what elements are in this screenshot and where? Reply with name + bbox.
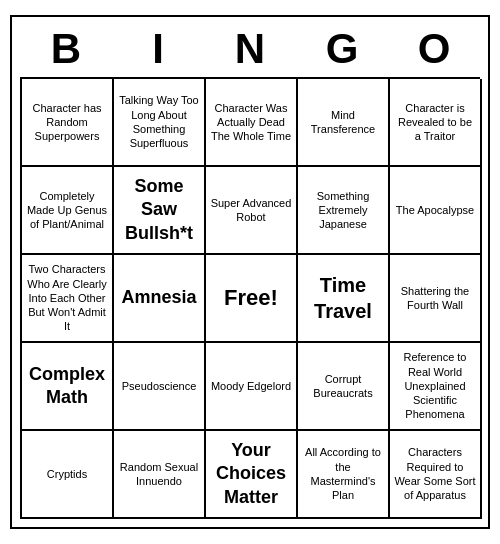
bingo-card: B I N G O Character has Random Superpowe… [10, 15, 490, 529]
bingo-cell-18: Corrupt Bureaucrats [298, 343, 390, 431]
bingo-cell-9: The Apocalypse [390, 167, 482, 255]
bingo-cell-3: Mind Transference [298, 79, 390, 167]
bingo-cell-24: Characters Required to Wear Some Sort of… [390, 431, 482, 519]
bingo-cell-22: Your Choices Matter [206, 431, 298, 519]
bingo-cell-7: Super Advanced Robot [206, 167, 298, 255]
bingo-cell-16: Pseudoscience [114, 343, 206, 431]
bingo-cell-8: Something Extremely Japanese [298, 167, 390, 255]
letter-b: B [22, 25, 110, 73]
bingo-cell-4: Character is Revealed to be a Traitor [390, 79, 482, 167]
bingo-cell-10: Two Characters Who Are Clearly Into Each… [22, 255, 114, 343]
bingo-cell-5: Completely Made Up Genus of Plant/Animal [22, 167, 114, 255]
bingo-cell-14: Shattering the Fourth Wall [390, 255, 482, 343]
bingo-header: B I N G O [20, 25, 480, 73]
letter-n: N [206, 25, 294, 73]
letter-g: G [298, 25, 386, 73]
bingo-cell-19: Reference to Real World Unexplained Scie… [390, 343, 482, 431]
letter-i: I [114, 25, 202, 73]
bingo-cell-0: Character has Random Superpowers [22, 79, 114, 167]
letter-o: O [390, 25, 478, 73]
bingo-cell-20: Cryptids [22, 431, 114, 519]
bingo-cell-6: Some Saw Bullsh*t [114, 167, 206, 255]
bingo-cell-12: Free! [206, 255, 298, 343]
bingo-cell-1: Talking Way Too Long About Something Sup… [114, 79, 206, 167]
bingo-cell-15: Complex Math [22, 343, 114, 431]
bingo-cell-2: Character Was Actually Dead The Whole Ti… [206, 79, 298, 167]
bingo-cell-17: Moody Edgelord [206, 343, 298, 431]
bingo-cell-13: Time Travel [298, 255, 390, 343]
bingo-grid: Character has Random SuperpowersTalking … [20, 77, 480, 519]
bingo-cell-21: Random Sexual Innuendo [114, 431, 206, 519]
bingo-cell-11: Amnesia [114, 255, 206, 343]
bingo-cell-23: All According to the Mastermind's Plan [298, 431, 390, 519]
